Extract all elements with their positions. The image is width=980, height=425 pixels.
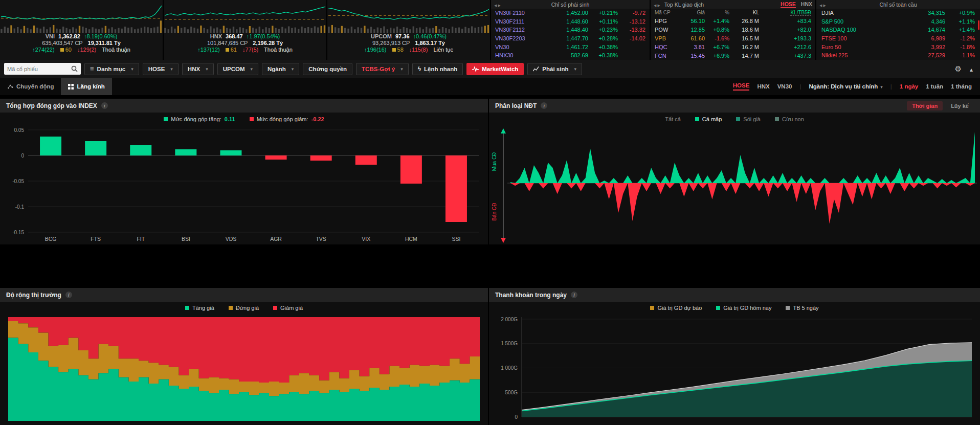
derivative-row[interactable]: HNX30 582.69 +0.38% — [491, 51, 650, 60]
ticker-symbol[interactable]: HPG — [655, 18, 678, 24]
derivative-row[interactable]: VN30F2203 1,447.70 +0.28% -14.02 — [491, 34, 650, 43]
menu-marketwatch[interactable]: MarketWatch — [466, 63, 524, 75]
button-thoi-gian[interactable]: Thời gian — [907, 101, 943, 110]
global-index-row[interactable]: Nikkei 225 27,529 -1.1% — [816, 51, 980, 60]
index-block-vni[interactable]: VNI 1,362.82 ↑8.19(0.60%) 635,403,547 CP… — [0, 0, 163, 60]
range-1-week[interactable]: 1 tuần — [926, 83, 943, 90]
menu-hnx[interactable]: HNX — [182, 63, 214, 75]
search-input[interactable] — [7, 66, 69, 72]
global-index-row[interactable]: NASDAQ 100 14,674 +1.4% — [816, 26, 980, 34]
motion-icon — [7, 83, 13, 90]
global-index-row[interactable]: FTSE 100 6,989 -1.2% — [816, 34, 980, 43]
next-arrow-icon[interactable] — [497, 2, 500, 8]
search-icon[interactable] — [71, 65, 78, 72]
top-volume-row[interactable]: HQC 3.81 +6.7% 16.2 M +212.6 — [651, 42, 815, 51]
index-name: UPCOM — [371, 33, 392, 39]
menu-phai-sinh[interactable]: Phái sinh — [527, 63, 582, 75]
global-index-row[interactable]: S&P 500 4,346 +1.1% — [816, 17, 980, 26]
top-volume-row[interactable]: HPG 56.10 +1.4% 26.8 M +83.4 — [651, 16, 815, 25]
contract-change-pct: +0.11% — [588, 18, 618, 25]
legend-swatch-green — [716, 306, 720, 310]
derivative-row[interactable]: VN30F2112 1,448.40 +0.23% -13.32 — [491, 26, 650, 34]
legend-item-sheep[interactable]: Cừu non — [775, 116, 804, 122]
collapse-chevron-icon[interactable] — [970, 64, 973, 74]
global-index-name[interactable]: S&P 500 — [821, 18, 908, 25]
filter-exchange-vn30[interactable]: VN30 — [777, 83, 792, 90]
contract-change-pct: +0.38% — [588, 44, 618, 50]
ticker-symbol[interactable]: FCN — [655, 53, 678, 59]
top-volume-row[interactable]: POW 12.85 +0.8% 18.6 M +82.0 — [651, 25, 815, 34]
next-arrow-icon[interactable] — [656, 2, 660, 8]
derivative-row[interactable]: VN30F2111 1,448.60 +0.11% -13.12 — [491, 17, 650, 26]
next-arrow-icon[interactable] — [822, 2, 826, 8]
top-volume-row[interactable]: FCN 15.45 +6.9% 14.7 M +437.3 — [651, 51, 815, 60]
legend-item-wolf[interactable]: Sói già — [736, 116, 761, 122]
legend-down-total: -0.22 — [311, 116, 324, 122]
intraday-liquidity-panel: Thanh khoản trong ngày Giá trị GD dự báo… — [489, 288, 980, 425]
svg-text:-0.05: -0.05 — [12, 178, 24, 184]
contract-symbol[interactable]: VN30F2111 — [495, 18, 539, 25]
menu-danh-muc[interactable]: Danh mục — [84, 63, 139, 75]
view-subnav: Chuyển động Lăng kính HOSE HNX VN30 | Ng… — [0, 78, 980, 95]
index-contribution-panel: Tổng hợp đóng góp vào INDEX Mức đóng góp… — [0, 99, 488, 244]
col-vol-ratio[interactable]: KL/TB5Đ — [790, 10, 811, 16]
ticker-vol-ratio: +82.0 — [759, 27, 811, 33]
ticker-volume: 14.7 M — [729, 53, 759, 59]
top-volume-row[interactable]: VPB 61.60 -1.6% 16.5 M +193.3 — [651, 34, 815, 42]
filter-exchange-hose[interactable]: HOSE — [733, 82, 750, 91]
gear-icon[interactable] — [955, 64, 962, 74]
col-symbol: Mã CP — [655, 10, 678, 15]
global-index-name[interactable]: NASDAQ 100 — [821, 27, 908, 33]
ticker-search-box[interactable] — [4, 63, 81, 75]
menu-lenh-nhanh[interactable]: Lệnh nhanh — [412, 63, 463, 75]
contract-symbol[interactable]: VN30F2110 — [495, 10, 539, 16]
info-icon[interactable] — [541, 102, 547, 109]
menu-upcom[interactable]: UPCOM — [217, 63, 258, 75]
grid-icon — [68, 84, 74, 90]
info-icon[interactable] — [65, 292, 72, 298]
global-index-row[interactable]: Euro 50 3,992 -1.8% — [816, 42, 980, 51]
legend-item-all[interactable]: Tất cả — [665, 116, 681, 122]
derivative-row[interactable]: VN30 1,461.72 +0.38% — [491, 42, 650, 51]
contract-symbol[interactable]: VN30F2203 — [495, 35, 539, 41]
legend-item-up: Mức đóng góp tăng: 0.11 — [164, 116, 235, 122]
scrollbar-thumb[interactable] — [978, 20, 979, 30]
info-icon[interactable] — [571, 292, 577, 298]
info-icon[interactable] — [101, 102, 108, 109]
menu-chung-quyen[interactable]: Chứng quyền — [303, 63, 352, 75]
tab-lang-kinh[interactable]: Lăng kính — [61, 78, 112, 95]
range-1-day[interactable]: 1 ngày — [900, 83, 918, 90]
filter-exchange-hnx[interactable]: HNX — [757, 83, 769, 90]
global-index-name[interactable]: DJIA — [821, 10, 908, 16]
range-1-month[interactable]: 1 tháng — [951, 83, 972, 90]
global-index-name[interactable]: Nikkei 225 — [821, 52, 908, 58]
investor-legend: Tất cả Cá mập Sói già Cừu non — [489, 113, 980, 126]
tab-hose[interactable]: HOSE — [781, 1, 796, 8]
global-index-name[interactable]: Euro 50 — [821, 44, 908, 50]
button-luy-ke[interactable]: Lũy kế — [946, 101, 974, 110]
tab-chuyen-dong[interactable]: Chuyển động — [0, 78, 61, 95]
global-index-name[interactable]: FTSE 100 — [821, 35, 908, 41]
global-index-row[interactable]: DJIA 34,315 +0.9% — [816, 9, 980, 17]
ticker-symbol[interactable]: VPB — [655, 35, 678, 41]
legend-item-shark[interactable]: Cá mập — [695, 116, 722, 122]
contract-symbol[interactable]: VN30F2112 — [495, 27, 539, 33]
legend-swatch-pale — [775, 117, 779, 121]
index-block-hnx[interactable]: HNX 368.47 ↑1.97(0.54%) 101,847,685 CP 2… — [164, 0, 326, 60]
svg-text:0.05: 0.05 — [14, 127, 25, 133]
ticker-symbol[interactable]: POW — [655, 27, 678, 33]
menu-tcbs-goi-y[interactable]: TCBS-Gợi ý — [356, 63, 409, 75]
intraday-liquidity-chart: 0500G1 000G1 500G2 000G — [489, 314, 980, 425]
sector-dropdown[interactable]: Ngành: Dịch vụ tài chính — [809, 83, 882, 90]
contract-symbol[interactable]: VN30 — [495, 44, 539, 50]
derivative-row[interactable]: VN30F2110 1,452.00 +0.21% -9.72 — [491, 9, 650, 17]
menu-hose[interactable]: HOSE — [143, 63, 179, 75]
menu-nganh[interactable]: Ngành — [262, 63, 299, 75]
ticker-symbol[interactable]: HQC — [655, 44, 678, 50]
index-change: ↑1.97(0.54%) — [247, 33, 280, 39]
global-indices-panel: Chỉ số toàn cầu DJIA 34,315 +0.9% S&P 50… — [816, 0, 980, 60]
contract-symbol[interactable]: HNX30 — [495, 52, 539, 58]
tab-hnx[interactable]: HNX — [801, 1, 812, 8]
index-value: 1,362.82 — [58, 33, 80, 39]
index-block-upcom[interactable]: UPCOM 97.36 ↑0.46(0.47%) 93,263,913 CP 1… — [327, 0, 490, 60]
